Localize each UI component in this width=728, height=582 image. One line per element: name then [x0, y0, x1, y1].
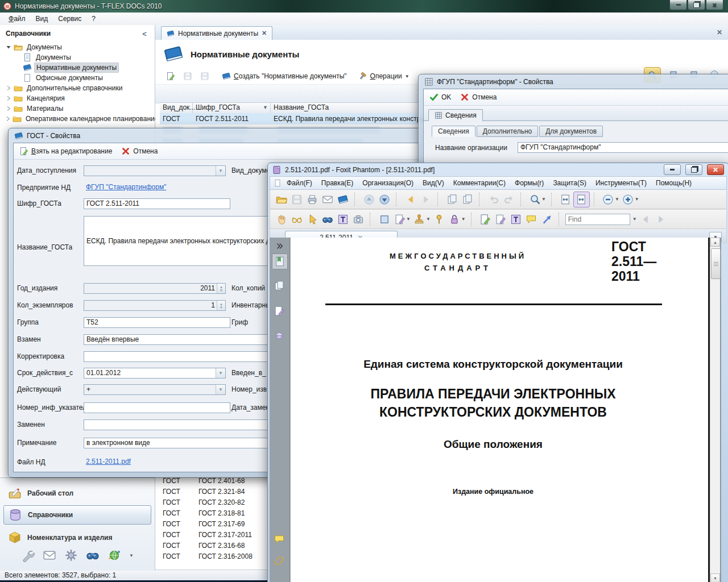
layers-panel-icon[interactable]	[272, 329, 287, 343]
spinner-icon[interactable]: ▲▼	[217, 301, 225, 310]
table-row[interactable]: ГОСТГОСТ 2.321-84	[160, 486, 269, 497]
org-name-field[interactable]: ФГУП "Стандартинформ"	[518, 142, 728, 153]
menu-view[interactable]: Вид(V)	[419, 178, 448, 188]
spinner-icon[interactable]: ▲▼	[217, 284, 225, 293]
dropdown-arrow-icon[interactable]: ▼	[541, 197, 546, 202]
zoom-button[interactable]	[527, 192, 543, 207]
create-button[interactable]: Создать "Нормативные документы"	[219, 70, 350, 82]
edit-form-button[interactable]	[493, 212, 508, 227]
ok-button[interactable]: OK	[429, 93, 451, 102]
pdf-scrollbar[interactable]: ▲ ▼	[710, 238, 720, 582]
organization-link[interactable]: ФГУП "Стандартинформ"	[86, 183, 166, 191]
expand-panel-icon[interactable]	[272, 239, 287, 253]
edit-text-button[interactable]	[478, 212, 493, 227]
stamp-button[interactable]	[412, 212, 427, 227]
table-row[interactable]: ГОСТГОСТ 2.320-82	[160, 497, 269, 508]
tree-item-office-documents[interactable]: Офисные документы	[0, 73, 155, 83]
select-text-button[interactable]	[335, 212, 350, 227]
save-button[interactable]	[289, 192, 304, 207]
dialog-titlebar[interactable]: ФГУП "Стандартинформ" - Свойства	[419, 74, 728, 89]
tree-item-materials[interactable]: Материалы	[0, 103, 155, 114]
close-button[interactable]: ×	[706, 0, 723, 10]
select-tool-button[interactable]	[304, 212, 320, 227]
security-button[interactable]	[447, 212, 462, 227]
menu-organize[interactable]: Организация(O)	[358, 178, 417, 188]
mail-icon[interactable]	[43, 548, 56, 562]
date-received-combo[interactable]: ▼	[84, 165, 226, 176]
collapsed-icon[interactable]	[6, 86, 11, 90]
menu-view[interactable]: Вид	[31, 14, 53, 24]
table-row[interactable]: ГОСТГОСТ 2.316-68	[160, 540, 269, 551]
scroll-down-icon[interactable]: ▼	[710, 573, 720, 582]
tab-close-icon[interactable]: ✕	[262, 30, 267, 37]
more-dropdown-icon[interactable]: ▼	[129, 553, 134, 558]
note-button[interactable]	[392, 212, 407, 227]
tools-icon[interactable]	[21, 548, 35, 562]
foxit-titlebar[interactable]: 2.511-2011.pdf - Foxit Phantom - [2.511-…	[268, 163, 728, 176]
nd-file-link[interactable]: 2.511-2011.pdf	[86, 458, 131, 465]
network-globe-icon[interactable]	[107, 548, 121, 562]
hand-tool-button[interactable]	[274, 212, 289, 227]
scrollbar-thumb[interactable]	[711, 248, 721, 279]
zoom-out-button[interactable]	[601, 192, 616, 207]
find-previous-button[interactable]	[638, 212, 653, 227]
table-row[interactable]: ГОСТГОСТ 2.317-2011	[160, 529, 269, 540]
tab-dopolnitelno[interactable]: Дополнительно	[477, 126, 538, 137]
tree-item-additional-refs[interactable]: Дополнительные справочники	[0, 83, 155, 93]
attachments-panel-icon[interactable]	[272, 554, 287, 568]
year-field[interactable]: 2011▲▼	[84, 283, 226, 294]
tree-item-operational-planning[interactable]: Оперативное календарное планирование	[0, 114, 155, 124]
collapsed-icon[interactable]	[6, 96, 11, 101]
tree-item-documents-root[interactable]: Документы	[0, 42, 155, 52]
print-button[interactable]	[304, 192, 320, 207]
comment-button[interactable]	[524, 212, 539, 227]
operations-button[interactable]: Операции ▼	[355, 70, 412, 82]
find-input[interactable]	[565, 214, 630, 225]
group-field[interactable]: Т52	[84, 317, 230, 328]
restore-button[interactable]	[685, 164, 702, 175]
nav-item-desktop[interactable]: Рабочий стол	[3, 485, 151, 502]
annotations-panel-icon[interactable]	[272, 304, 287, 318]
tab-normative-documents[interactable]: Нормативные документы ✕	[161, 26, 272, 40]
bookmarks-panel-icon[interactable]	[272, 253, 288, 269]
table-row[interactable]: ГОСТГОСТ 2.316-2008	[160, 551, 269, 562]
dropdown-arrow-icon[interactable]: ▼	[635, 197, 639, 202]
read-mode-button[interactable]	[289, 212, 304, 227]
cancel-button[interactable]: Отмена	[121, 147, 158, 156]
page-up-button[interactable]	[361, 192, 377, 207]
menu-help[interactable]: Помощь(H)	[652, 178, 696, 188]
undo-button[interactable]	[486, 192, 501, 207]
menu-forms[interactable]: Формы(r)	[511, 178, 548, 188]
import-pages-button[interactable]	[460, 192, 475, 207]
tab-svedeniya[interactable]: Сведения	[432, 126, 475, 137]
nav-item-nomenclature[interactable]: Номенклатура и изделия	[3, 529, 151, 546]
dropdown-arrow-icon[interactable]: ▼	[615, 197, 619, 202]
table-row[interactable]: ГОСТГОСТ 2.318-81	[160, 508, 269, 518]
dropdown-arrow-icon[interactable]: ▼	[426, 217, 431, 222]
menu-edit[interactable]: Правка(E)	[317, 178, 358, 188]
active-combo[interactable]: +▼	[84, 384, 226, 395]
cancel-button[interactable]: Отмена	[460, 93, 497, 102]
dropdown-arrow-icon[interactable]: ▼	[461, 217, 466, 222]
zoom-in-button[interactable]	[621, 192, 636, 207]
forward-button[interactable]	[418, 192, 433, 207]
dropdown-arrow-icon[interactable]: ▼	[216, 368, 225, 378]
tabbar-close-icon[interactable]: ✕	[717, 28, 722, 36]
save-copy-button[interactable]	[197, 70, 212, 82]
dialog-titlebar[interactable]: ГОСТ - Свойства	[9, 128, 424, 143]
collapsed-icon[interactable]	[6, 106, 11, 111]
search-button[interactable]	[320, 212, 335, 227]
dropdown-arrow-icon[interactable]: ▼	[406, 217, 411, 222]
redo-button[interactable]	[501, 192, 516, 207]
take-for-edit-button[interactable]: Взять на редактирование	[19, 147, 112, 156]
link-button[interactable]	[539, 212, 555, 227]
edit-button[interactable]	[163, 70, 178, 82]
pdf-page[interactable]: МЕЖГОСУДАРСТВЕННЫЙ СТАНДАРТ ГОСТ 2.511— …	[290, 238, 710, 582]
copies-field[interactable]: 1▲▼	[84, 300, 226, 311]
collapsed-icon[interactable]	[6, 117, 10, 121]
back-button[interactable]	[403, 192, 418, 207]
menu-security[interactable]: Защита(S)	[549, 178, 590, 188]
sort-dropdown-icon[interactable]: ▼	[263, 105, 268, 110]
valid-from-combo[interactable]: 01.01.2012▼	[84, 368, 226, 379]
dropdown-arrow-icon[interactable]: ▼	[216, 385, 225, 394]
